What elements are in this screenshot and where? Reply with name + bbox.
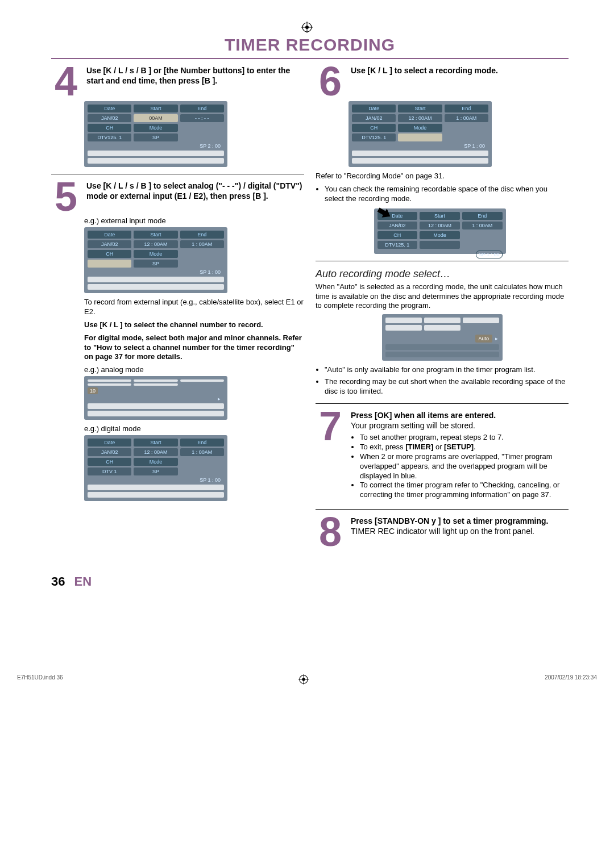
registration-mark-bottom: [298, 674, 309, 686]
osd-cell: Mode: [134, 250, 177, 258]
osd-step4: Date Start End JAN/02 00AM - - : - - CH …: [84, 101, 304, 167]
osd-cell: Date: [88, 231, 131, 239]
osd-auto: Auto ▸: [382, 314, 503, 361]
step-6-text: Use [K / L ] to select a recording mode.: [351, 66, 498, 75]
osd-cell: Date: [88, 439, 131, 446]
osd-cell: Date: [352, 105, 396, 112]
osd-cell: End: [462, 212, 503, 220]
osd-analog: 10 ▸: [84, 376, 304, 420]
osd-sp: SP 1 : 00: [352, 143, 488, 149]
bullet-check-space: You can check the remaining recordable s…: [325, 185, 569, 204]
osd-cell: 1 : 00AM: [180, 448, 224, 456]
osd-analog-badge: 10: [88, 387, 98, 394]
osd-cell: 1 : 00AM: [462, 222, 503, 229]
osd-cell: Start: [134, 439, 177, 446]
osd-cell: Start: [420, 212, 460, 220]
callout-arrow-icon: [376, 206, 393, 223]
step-number: 8: [316, 516, 345, 547]
lang-code: EN: [74, 574, 92, 589]
separator: [51, 174, 304, 174]
separator: [316, 509, 569, 510]
bullet-auto-one: "Auto" is only available for one program…: [325, 365, 569, 375]
para-ext: To record from external input (e.g., cab…: [84, 298, 304, 317]
step-4: 4 Use [K / L / s / B ] or [the Number bu…: [51, 66, 304, 97]
osd-cell: JAN/02: [88, 114, 131, 122]
step-8-text: Press [STANDBY-ON y ] to set a timer pro…: [351, 516, 548, 525]
para-auto-desc: When "Auto" is selected as a recording m…: [316, 282, 569, 311]
osd-cell: [134, 383, 177, 386]
meta-file: E7H51UD.indd 36: [17, 674, 63, 686]
osd-cell: 1 : 00AM: [445, 114, 488, 122]
osd-sp-highlight: SP 1 : 00: [479, 252, 500, 257]
osd-cell: 12 : 00AM: [134, 448, 177, 456]
page-number: 36: [51, 574, 65, 589]
page-title: TIMER RECORDING: [51, 35, 569, 59]
bullet-auto-short: The recording may be cut short when the …: [325, 377, 569, 397]
osd-cell: CH: [377, 231, 418, 239]
step-7-text: Press [OK] when all items are entered.: [351, 411, 496, 420]
osd-cell: DTV 1: [88, 468, 131, 475]
bullet-repeat-steps: To set another program, repeat steps 2 t…: [360, 433, 569, 443]
osd-ext-input: Date Start End JAN/02 12 : 00AM 1 : 00AM…: [84, 227, 304, 293]
osd-cell: SP: [134, 260, 177, 268]
osd-cell: Start: [398, 105, 442, 112]
registration-mark-top: [0, 22, 614, 35]
step-number: 5: [51, 181, 81, 212]
separator: [316, 403, 569, 404]
footer: 36 EN: [51, 574, 569, 589]
osd-cell: DTV125. 1: [88, 133, 131, 141]
osd-step6b: Date Start End JAN/02 12 : 00AM 1 : 00AM…: [374, 208, 511, 254]
osd-cell: End: [180, 231, 224, 239]
step-number: 4: [51, 66, 81, 97]
bullet-overlap: When 2 or more programs are overlapped, …: [360, 452, 569, 481]
step-8: 8 Press [STANDBY-ON y ] to set a timer p…: [316, 516, 569, 547]
osd-cell: - - : - -: [180, 114, 224, 122]
caption-analog: e.g.) analog mode: [84, 365, 304, 374]
subhead-auto: Auto recording mode select…: [316, 268, 569, 280]
para-refer-recmode: Refer to "Recording Mode" on page 31.: [316, 172, 569, 181]
right-column: 6 Use [K / L ] to select a recording mod…: [316, 66, 569, 552]
step-7-para: Your program setting will be stored.: [351, 421, 475, 430]
osd-cell: CH: [88, 250, 131, 258]
osd-cell: DTV125. 1: [352, 133, 396, 141]
osd-cell: Start: [134, 231, 177, 239]
osd-cell: 1 : 00AM: [180, 240, 224, 248]
step-5-text: Use [K / L / s / B ] to select analog ("…: [86, 181, 302, 201]
osd-sp: SP 2 : 00: [88, 143, 224, 149]
left-column: 4 Use [K / L / s / B ] or [the Number bu…: [51, 66, 304, 552]
para-digital-channels: For digital mode, select both major and …: [84, 333, 304, 362]
osd-cell: 12 : 00AM: [134, 240, 177, 248]
bullet-exit: To exit, press [TIMER] or [SETUP].: [360, 443, 569, 452]
osd-cell: JAN/02: [88, 448, 131, 456]
osd-step6a: Date Start End JAN/02 12 : 00AM 1 : 00AM…: [349, 101, 569, 167]
osd-header-end: End: [180, 105, 224, 112]
meta-date: 2007/02/19 18:23:34: [545, 674, 597, 686]
osd-cell: [88, 383, 131, 386]
caption-ext-input: e.g.) external input mode: [84, 216, 304, 225]
osd-header-date: Date: [88, 105, 131, 112]
step-4-text: Use [K / L / s / B ] or [the Number butt…: [86, 66, 290, 85]
osd-cell: [180, 379, 224, 382]
osd-header-start: Start: [134, 105, 177, 112]
osd-cell: [398, 133, 442, 141]
bullet-correct: To correct the timer program refer to "C…: [360, 481, 569, 500]
step-5: 5 Use [K / L / s / B ] to select analog …: [51, 181, 304, 212]
step-7: 7 Press [OK] when all items are entered.…: [316, 411, 569, 502]
osd-cell: JAN/02: [88, 240, 131, 248]
osd-cell: 12 : 00AM: [398, 114, 442, 122]
step-8-para: TIMER REC indicator will light up on the…: [351, 527, 534, 536]
step-number: 7: [316, 411, 345, 502]
osd-sp: SP 1 : 00: [88, 269, 224, 275]
osd-cell: End: [445, 105, 488, 112]
osd-cell: End: [180, 439, 224, 446]
osd-cell: 00AM: [134, 114, 177, 122]
para-select-channel: Use [K / L ] to select the channel numbe…: [84, 320, 304, 330]
osd-cell: SP: [134, 468, 177, 475]
osd-cell: Mode: [420, 231, 460, 239]
osd-cell: [420, 241, 460, 249]
osd-cell: CH: [88, 124, 131, 132]
step-number: 6: [316, 66, 345, 97]
osd-cell: Mode: [398, 124, 442, 132]
osd-digital: Date Start End JAN/02 12 : 00AM 1 : 00AM…: [84, 435, 304, 501]
osd-cell: CH: [352, 124, 396, 132]
